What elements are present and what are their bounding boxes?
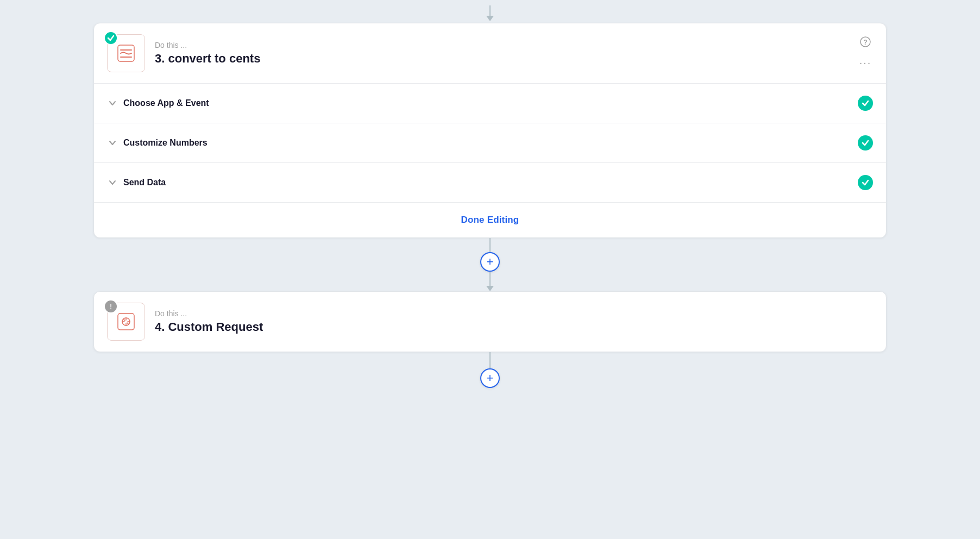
connector-arrowhead [486,16,494,21]
step4-do-this-label: Do this ... [155,309,873,318]
svg-rect-5 [118,314,134,330]
connector-line-top [489,238,491,252]
step4-warning-badge: ! [104,299,118,314]
choose-app-label: Choose App & Event [123,98,858,108]
chevron-down-icon-2 [107,137,118,148]
step4-title: 4. Custom Request [155,320,873,334]
arrowhead-1 [486,286,494,291]
step4-card: ! Do this ... 4. Custom Request [93,291,887,352]
step3-header-text: Do this ... 3. convert to cents [155,41,873,66]
customize-numbers-label: Customize Numbers [123,138,858,148]
step3-check-badge [104,31,118,45]
send-data-label: Send Data [123,178,858,187]
customize-numbers-row[interactable]: Customize Numbers [94,123,886,162]
connector-line-bottom [489,272,491,286]
step4-header: ! Do this ... 4. Custom Request [94,292,886,352]
step3-app-icon [116,43,136,64]
add-step-button-2[interactable]: + [480,368,500,388]
warning-icon: ! [107,303,115,310]
done-editing-row: Done Editing [94,203,886,237]
step3-do-this-label: Do this ... [155,41,873,49]
connector-bottom-line [489,352,491,368]
svg-text:?: ? [863,39,867,46]
step4-icon-wrapper: ! [107,303,145,341]
step3-card: Do this ... 3. convert to cents ? ··· [93,23,887,238]
choose-app-check [858,96,873,111]
more-icon: ··· [859,57,872,69]
step4-app-icon [116,311,136,332]
add-step-button-1[interactable]: + [480,252,500,272]
top-connector [486,5,494,23]
question-icon: ? [860,36,871,47]
done-editing-button[interactable]: Done Editing [461,215,519,225]
step4-header-text: Do this ... 4. Custom Request [155,309,873,334]
connector-between-steps: + [480,238,500,291]
workflow-container: Do this ... 3. convert to cents ? ··· [93,0,887,388]
customize-numbers-check [858,135,873,151]
svg-line-11 [123,319,125,321]
step3-icon-wrapper [107,34,145,72]
step3-title: 3. convert to cents [155,52,873,66]
help-button[interactable]: ? [858,34,873,49]
chevron-down-icon-3 [107,177,118,188]
arrow-down-1 [486,286,494,291]
step3-header-actions: ? ··· [858,34,873,70]
step3-header: Do this ... 3. convert to cents ? ··· [94,23,886,83]
send-data-check [858,175,873,190]
chevron-down-icon-1 [107,98,118,109]
connector-bottom: + [480,352,500,388]
connector-line-segment [489,5,491,16]
svg-text:!: ! [110,303,112,310]
choose-app-row[interactable]: Choose App & Event [94,84,886,123]
more-options-button[interactable]: ··· [858,55,873,70]
send-data-row[interactable]: Send Data [94,163,886,202]
svg-line-12 [127,323,129,324]
